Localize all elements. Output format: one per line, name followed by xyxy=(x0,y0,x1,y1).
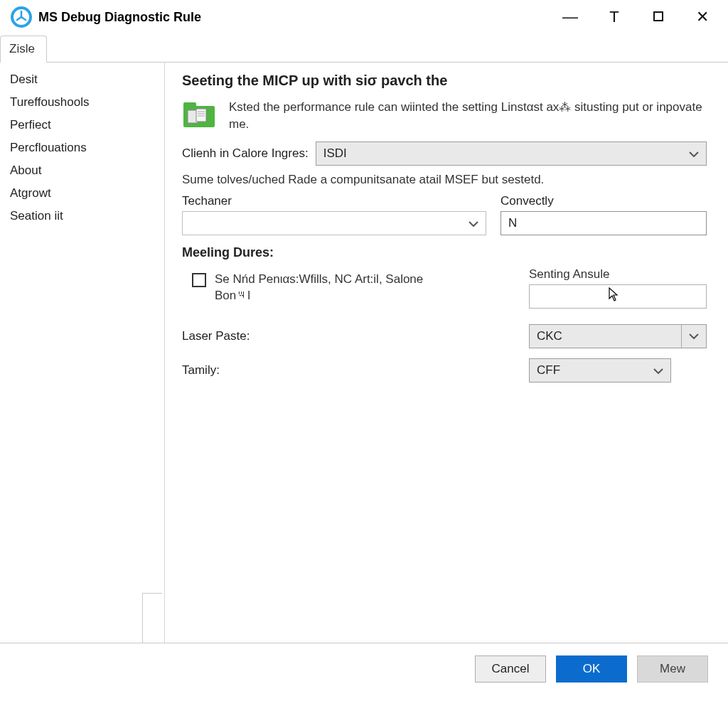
dialog-footer: Cancel OK Mew xyxy=(0,643,728,694)
clienh-label: Clienh in Calore Ingres: xyxy=(182,146,309,161)
sidebar-item-percflouations[interactable]: Percflouations xyxy=(0,136,164,159)
minimize-button[interactable]: — xyxy=(560,8,580,26)
tamily-label: Tamily: xyxy=(182,363,500,378)
sidebar-divider-stub xyxy=(142,593,162,643)
chevron-down-icon xyxy=(689,148,699,159)
tab-zisle[interactable]: Zisle xyxy=(0,36,47,63)
close-button[interactable]: ✕ xyxy=(692,8,712,26)
convectly-input[interactable]: N xyxy=(500,211,707,235)
laser-dropdown[interactable]: CKC xyxy=(529,324,707,348)
ok-button[interactable]: OK xyxy=(556,655,627,682)
chevron-down-icon xyxy=(653,365,663,376)
convectly-label: Convectly xyxy=(500,194,707,208)
clienh-value: ISDI xyxy=(323,146,347,161)
app-icon xyxy=(10,6,33,28)
laser-label: Laser Paste: xyxy=(182,329,500,343)
techaner-convectly-row: Techaner Convectly N xyxy=(182,194,707,235)
techaner-dropdown[interactable] xyxy=(182,211,486,235)
info-text: Ksted the performance rule can wiinted t… xyxy=(229,99,707,133)
lower-grid: Laser Paste: CKC Tamily: CFF xyxy=(182,324,707,382)
meeling-heading: Meeling Dures: xyxy=(182,245,707,260)
techaner-label: Techaner xyxy=(182,194,486,208)
window-controls: — T ✕ xyxy=(560,8,724,26)
meeling-left: Se Nńd Penιαs:Wfills, NC Art:il, Salone … xyxy=(182,267,500,309)
folder-icon xyxy=(182,100,216,130)
chevron-down-icon xyxy=(681,325,699,348)
clienh-row: Clienh in Calore Ingres: ISDI xyxy=(182,141,707,166)
tab-strip: Zisle xyxy=(0,34,728,63)
body: Desit Tureffoushools Perfiect Percflouat… xyxy=(0,63,728,643)
main-panel: Seeting the MICP up with siσ pavch the K… xyxy=(165,63,728,643)
sidebar: Desit Tureffoushools Perfiect Percflouat… xyxy=(0,63,165,643)
techaner-col: Techaner xyxy=(182,194,486,235)
convectly-value: N xyxy=(508,216,517,230)
laser-value: CKC xyxy=(537,329,562,343)
tamily-value: CFF xyxy=(537,363,560,378)
mew-button[interactable]: Mew xyxy=(637,655,708,682)
svg-rect-9 xyxy=(196,109,206,122)
sidebar-item-tureffoushools[interactable]: Tureffoushools xyxy=(0,91,164,114)
convectly-col: Convectly N xyxy=(500,194,707,235)
pin-button[interactable]: T xyxy=(604,8,624,26)
chevron-down-icon xyxy=(469,218,478,229)
sidebar-item-perfiect[interactable]: Perfiect xyxy=(0,114,164,136)
cursor-icon xyxy=(607,287,619,306)
senting-label: Senting Ansule xyxy=(529,267,707,282)
sidebar-item-seation[interactable]: Seation iit xyxy=(0,205,164,228)
meeling-right: Senting Ansule xyxy=(529,267,707,309)
perms-checkbox[interactable] xyxy=(192,273,206,287)
clienh-dropdown[interactable]: ISDI xyxy=(316,141,707,166)
svg-rect-7 xyxy=(183,102,196,108)
info-row: Ksted the performance rule can wiinted t… xyxy=(182,99,707,133)
maximize-button[interactable] xyxy=(648,8,668,26)
svg-rect-5 xyxy=(654,12,663,21)
title-bar: MS Debug Diagnostic Rule — T ✕ xyxy=(0,0,728,34)
tamily-dropdown[interactable]: CFF xyxy=(529,358,671,382)
page-heading: Seeting the MICP up with siσ pavch the xyxy=(182,73,707,89)
meeling-grid: Se Nńd Penιαs:Wfills, NC Art:il, Salone … xyxy=(182,267,707,309)
cancel-button[interactable]: Cancel xyxy=(475,655,546,682)
checkbox-row: Se Nńd Penιαs:Wfills, NC Art:il, Salone … xyxy=(192,272,434,304)
note-text: Sume tolves/uched Rade a compunitsanate … xyxy=(182,173,707,187)
perms-checkbox-label: Se Nńd Penιαs:Wfills, NC Art:il, Salone … xyxy=(215,272,434,304)
senting-input[interactable] xyxy=(529,284,707,309)
sidebar-item-atgrowt[interactable]: Atgrowt xyxy=(0,182,164,205)
sidebar-item-desit[interactable]: Desit xyxy=(0,68,164,91)
window-title: MS Debug Diagnostic Rule xyxy=(38,10,560,25)
sidebar-item-about[interactable]: About xyxy=(0,159,164,182)
